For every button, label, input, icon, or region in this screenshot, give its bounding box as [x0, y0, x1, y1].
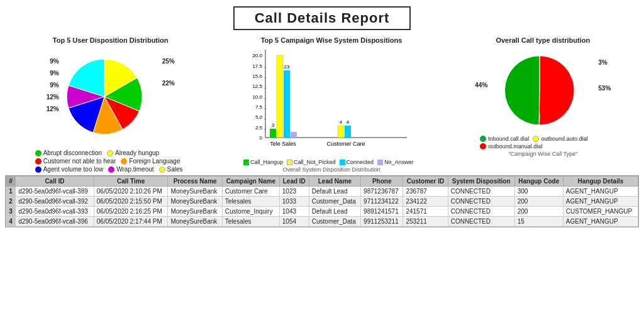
- cell-1-11: AGENT_HANGUP: [563, 197, 638, 207]
- table-section: # Call ID Call Time Process Name Campaig…: [5, 175, 639, 227]
- page-title-container: Call Details Report: [0, 0, 644, 34]
- legend-dot-customer-hear: [35, 158, 42, 165]
- pie3-label-53: 53%: [598, 85, 611, 92]
- bar-customercare-connected: [345, 126, 351, 138]
- pie1-label-22: 22%: [162, 80, 175, 87]
- bar-legend-hangup: Call_Hangup: [243, 159, 283, 165]
- cell-2-3: MoneySureBank: [168, 207, 222, 217]
- legend-dot-outbound-manual: [480, 143, 486, 149]
- bar-telesales-connected: [284, 70, 290, 138]
- cell-3-7: 9911253211: [361, 217, 403, 227]
- legend-label-foreign: Foreign Language: [129, 158, 180, 165]
- pie1-label-12a: 12%: [47, 94, 59, 101]
- legend-label-hungup: Already hungup: [115, 149, 159, 156]
- legend-label-outbound-auto: outbound.auto.dial: [541, 136, 587, 142]
- col-hangupdetails: Hangup Details: [563, 177, 638, 187]
- cell-0-0: 1: [6, 187, 16, 197]
- cell-2-8: 241571: [403, 207, 448, 217]
- cell-3-10: 15: [514, 217, 563, 227]
- svg-text:4: 4: [347, 119, 350, 125]
- cell-2-10: 200: [514, 207, 563, 217]
- cell-2-0: 3: [6, 207, 16, 217]
- pie1-label-12b: 12%: [47, 106, 59, 112]
- cell-0-3: MoneySureBank: [168, 187, 222, 197]
- bar-legend-label-connected: Connected: [347, 159, 374, 165]
- legend-label-customer-hear: Customer not able to hear: [43, 158, 116, 165]
- chart3-title: Overall Call type distribution: [496, 36, 590, 44]
- chart1-title: Top 5 User Disposition Distribution: [53, 36, 169, 44]
- legend-label-agent-vol: Agent volume too low: [43, 166, 104, 173]
- cell-2-9: CONNECTED: [448, 207, 514, 217]
- bar-legend-label-hangup: Call_Hangup: [250, 159, 283, 165]
- bar-legend-box-hangup: [243, 160, 249, 165]
- bar-telesales-noanswer: [291, 132, 297, 138]
- legend-dot-abrupt: [35, 150, 42, 156]
- legend-item-foreign: Foreign Language: [121, 158, 180, 165]
- svg-text:15.0: 15.0: [252, 73, 262, 79]
- svg-text:23: 23: [284, 64, 290, 70]
- charts-section: Top 5 User Disposition Distribution 9% 9…: [0, 36, 644, 173]
- svg-text:10.0: 10.0: [252, 94, 262, 100]
- svg-text:5.0: 5.0: [255, 114, 263, 120]
- legend-label-sales: Sales: [167, 166, 183, 173]
- bar-legend-connected: Connected: [340, 159, 374, 165]
- cell-3-6: Customer_Data: [309, 217, 360, 227]
- svg-text:Tele Sales: Tele Sales: [270, 141, 296, 147]
- chart1-legend: Abrupt disconnection Already hungup Cust…: [35, 149, 186, 173]
- pie3-svg: [499, 50, 580, 131]
- pie3-label-44: 44%: [475, 81, 487, 89]
- col-phone: Phone: [361, 177, 403, 187]
- data-table: # Call ID Call Time Process Name Campaig…: [6, 176, 638, 227]
- bar-telesales-notpicked: [277, 55, 283, 138]
- legend-dot-sales: [159, 166, 165, 173]
- chart1-panel: Top 5 User Disposition Distribution 9% 9…: [32, 36, 189, 173]
- bar-legend-box-notpicked: [287, 160, 292, 165]
- cell-3-1: d290-5ea0d96f-vcall-396: [16, 217, 94, 227]
- cell-0-6: Default Lead: [309, 187, 360, 197]
- cell-1-1: d290-5ea0d96f-vcall-392: [16, 197, 94, 207]
- cell-1-7: 9711234122: [361, 197, 403, 207]
- chart3-panel: Overall Call type distribution 44% 3% 53…: [474, 36, 612, 157]
- pie3-right-labels: 3% 53%: [598, 59, 611, 92]
- cell-1-6: Customer_Data: [309, 197, 360, 207]
- legend-item-abrupt: Abrupt disconnection: [35, 149, 102, 156]
- legend-dot-outbound-auto: [533, 136, 539, 142]
- cell-1-2: 06/05/2020 2:15:50 PM: [94, 197, 168, 207]
- legend-item-agent-vol: Agent volume too low: [35, 166, 104, 173]
- col-hangupcode: Hangup Code: [514, 177, 563, 187]
- chart2-area: 0 2.5 5.0 7.5 10.0 12.5 15.0 17.5 20.0: [243, 46, 419, 158]
- chart1-area: 9% 9% 9% 12% 12%: [35, 46, 186, 147]
- cell-1-8: 234122: [403, 197, 448, 207]
- cell-2-2: 06/05/2020 2:16:25 PM: [94, 207, 168, 217]
- cell-2-6: Default Lead: [309, 207, 360, 217]
- cell-1-5: 1033: [279, 197, 309, 207]
- cell-0-1: d290-5ea0d96f-vcall-389: [16, 187, 94, 197]
- table-row: 4d290-5ea0d96f-vcall-39606/05/2020 2:17:…: [6, 217, 638, 227]
- chart2-bar-legend: Call_Hangup Call_Not_Picked Connected No…: [243, 159, 419, 165]
- cell-2-5: 1043: [279, 207, 309, 217]
- col-sysdisposition: System Disposition: [448, 177, 514, 187]
- legend-dot-foreign: [121, 158, 127, 165]
- chart2-panel: Top 5 Campaign Wise System Dispositions …: [240, 36, 423, 173]
- legend-dot-inbound: [480, 136, 486, 142]
- chart2-subtitle: Overall System Disposition Distribution: [282, 166, 380, 173]
- col-callid: Call ID: [16, 177, 94, 187]
- cell-3-11: AGENT_HANGUP: [563, 217, 638, 227]
- cell-0-8: 236787: [403, 187, 448, 197]
- table-row: 3d290-5ea0d96f-vcall-39306/05/2020 2:16:…: [6, 207, 638, 217]
- page-title: Call Details Report: [233, 6, 411, 30]
- legend-dot-agent-vol: [35, 166, 42, 173]
- cell-0-11: AGENT_HANGUP: [563, 187, 638, 197]
- bar-customercare-notpicked: [338, 126, 344, 138]
- chart3-area: 44% 3% 53%: [474, 46, 612, 134]
- bar-legend-label-notpicked: Call_Not_Picked: [294, 159, 336, 165]
- legend-item-customer-hear: Customer not able to hear: [35, 158, 116, 165]
- bar-legend-noanswer: No_Answer: [377, 159, 414, 165]
- cell-0-5: 1023: [279, 187, 309, 197]
- chart2-title: Top 5 Campaign Wise System Dispositions: [261, 36, 402, 44]
- legend-label-wrap: Wrap.timeout: [116, 166, 153, 173]
- cell-0-4: Customer Care: [222, 187, 279, 197]
- bar-telesales-hangup: [270, 129, 276, 138]
- col-calltime: Call Time: [94, 177, 168, 187]
- cell-3-4: Telesales: [222, 217, 279, 227]
